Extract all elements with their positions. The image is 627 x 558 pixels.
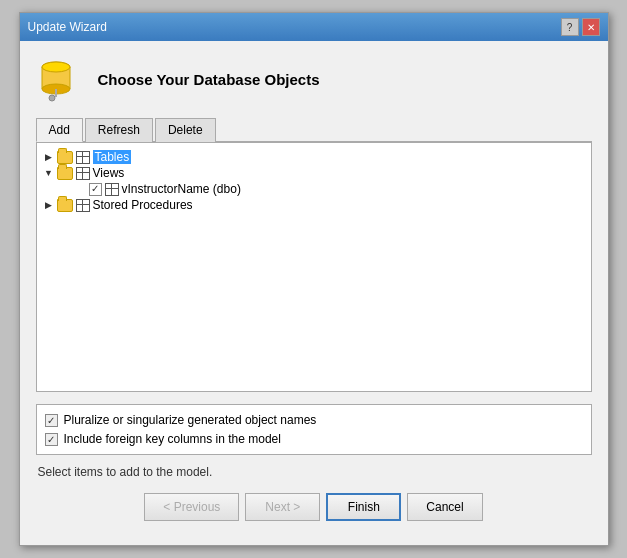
tree-item-vinstructorname[interactable]: vInstructorName (dbo): [43, 181, 585, 197]
tree-panel: ▶ Tables ▼ Views vInstructorName (dbo): [36, 142, 592, 392]
folder-views-icon: [57, 167, 73, 180]
svg-point-5: [42, 62, 70, 72]
window-title: Update Wizard: [28, 20, 107, 34]
next-button[interactable]: Next >: [245, 493, 320, 521]
folder-sp-icon: [57, 199, 73, 212]
pluralize-label: Pluralize or singularize generated objec…: [64, 413, 317, 427]
checkbox-vinstructorname[interactable]: [89, 183, 102, 196]
previous-button[interactable]: < Previous: [144, 493, 239, 521]
tab-refresh[interactable]: Refresh: [85, 118, 153, 142]
tree-item-tables[interactable]: ▶ Tables: [43, 149, 585, 165]
option-row-pluralize: Pluralize or singularize generated objec…: [45, 413, 583, 427]
table-vinstructor-icon: [105, 183, 119, 196]
table-sp-icon: [76, 199, 90, 212]
finish-button[interactable]: Finish: [326, 493, 401, 521]
tab-delete[interactable]: Delete: [155, 118, 216, 142]
tree-item-storedprocedures[interactable]: ▶ Stored Procedures: [43, 197, 585, 213]
expand-views-icon: ▼: [43, 167, 55, 179]
cancel-button[interactable]: Cancel: [407, 493, 482, 521]
table-tables-icon: [76, 151, 90, 164]
main-content: Choose Your Database Objects Add Refresh…: [20, 41, 608, 545]
tab-bar: Add Refresh Delete: [36, 117, 592, 142]
expand-tables-icon: ▶: [43, 151, 55, 163]
update-wizard-window: Update Wizard ? ✕ Choose Your Database O…: [19, 12, 609, 546]
vinstructorname-label: vInstructorName (dbo): [122, 182, 241, 196]
database-icon: [36, 55, 84, 103]
foreignkeys-label: Include foreign key columns in the model: [64, 432, 281, 446]
tab-add[interactable]: Add: [36, 118, 83, 142]
status-text: Select items to add to the model.: [36, 465, 592, 479]
folder-tables-icon: [57, 151, 73, 164]
tables-label: Tables: [93, 150, 132, 164]
option-row-foreignkeys: Include foreign key columns in the model: [45, 432, 583, 446]
expand-sp-icon: ▶: [43, 199, 55, 211]
table-views-icon: [76, 167, 90, 180]
header-title: Choose Your Database Objects: [98, 71, 320, 88]
storedprocedures-label: Stored Procedures: [93, 198, 193, 212]
header-section: Choose Your Database Objects: [36, 55, 592, 103]
help-button[interactable]: ?: [561, 18, 579, 36]
checkbox-pluralize[interactable]: [45, 414, 58, 427]
button-row: < Previous Next > Finish Cancel: [36, 493, 592, 531]
tree-item-views[interactable]: ▼ Views: [43, 165, 585, 181]
options-section: Pluralize or singularize generated objec…: [36, 404, 592, 455]
close-button[interactable]: ✕: [582, 18, 600, 36]
views-label: Views: [93, 166, 125, 180]
svg-point-7: [49, 95, 55, 101]
titlebar-buttons: ? ✕: [561, 18, 600, 36]
expand-vinstructor-icon: [75, 183, 87, 195]
checkbox-foreignkeys[interactable]: [45, 433, 58, 446]
titlebar: Update Wizard ? ✕: [20, 13, 608, 41]
